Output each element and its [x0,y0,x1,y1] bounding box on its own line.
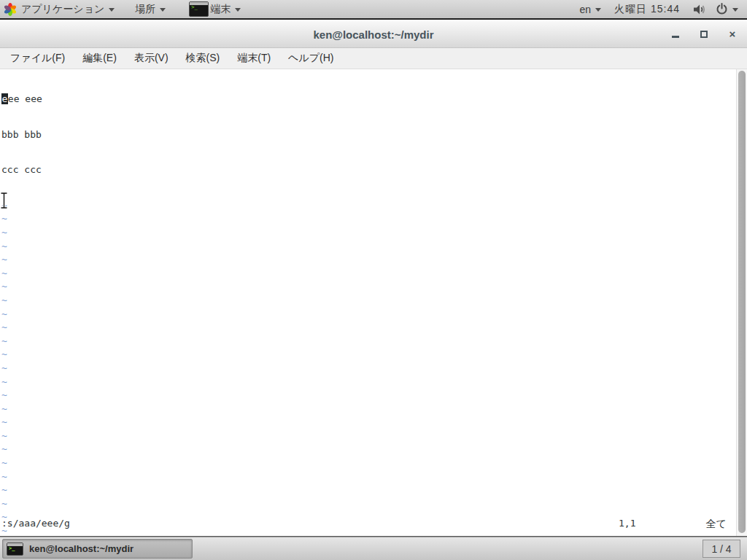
tilde-line: ~ [1,253,735,267]
tilde-line: ~ [1,335,735,349]
task-button-label: ken@localhost:~/mydir [29,543,133,554]
menu-help[interactable]: ヘルプ(H) [285,50,336,66]
tilde-line: ~ [1,240,735,254]
chevron-down-icon [160,8,166,12]
tilde-line: ~ [1,212,735,226]
tilde-lines: ~~~~~~~~~~~~~~~~~~~~~~~~~~~~~~ [1,199,735,560]
chevron-down-icon [235,8,241,12]
scrollbar[interactable] [736,69,747,536]
tilde-line: ~ [1,348,735,362]
tilde-line: ~ [1,416,735,429]
tilde-line: ~ [1,497,735,511]
volume-control[interactable] [690,0,710,18]
tilde-line: ~ [1,226,735,240]
keyboard-layout-indicator[interactable]: en [576,0,604,18]
window-controls: × [670,21,738,47]
menu-view[interactable]: 表示(V) [131,50,171,66]
buffer-line-1: eee eee [1,93,735,106]
titlebar[interactable]: ken@localhost:~/mydir × [0,21,747,48]
close-button[interactable]: × [727,29,738,39]
minimize-icon [672,36,679,38]
keyboard-layout-label: en [579,4,591,15]
vim-cursor: e [1,93,8,104]
tilde-line: ~ [1,294,735,308]
tilde-line: ~ [1,470,735,484]
applications-icon [4,3,17,16]
tilde-line: ~ [1,362,735,376]
session-menu[interactable] [713,0,741,18]
tilde-line: ~ [1,267,735,281]
close-icon: × [729,29,736,39]
vim-ruler: 1,1 [619,517,635,530]
vim-command-line: :s/aaa/eee/g [1,517,70,530]
scrollbar-thumb[interactable] [738,71,746,533]
chevron-down-icon [595,8,601,12]
taskbar: >_ ken@localhost:~/mydir 1 / 4 [0,537,747,560]
vim-scroll-indicator: 全て [706,517,727,530]
tilde-line: ~ [1,199,735,213]
tilde-line: ~ [1,280,735,294]
task-button-terminal[interactable]: >_ ken@localhost:~/mydir [2,539,193,559]
menu-file[interactable]: ファイル(F) [7,50,68,66]
vim-buffer: eee eee bbb bbb ccc ccc ~~~~~~~~~~~~~~~~… [1,71,735,560]
terminal-window: ken@localhost:~/mydir × ファイル(F) 編集(E) 表示… [0,21,747,537]
tilde-line: ~ [1,402,735,416]
power-icon [716,3,728,15]
workspace-switcher[interactable]: 1 / 4 [703,540,740,558]
terminal-icon: >_ [7,542,23,556]
chevron-down-icon [109,8,115,12]
buffer-line-3: ccc ccc [1,163,735,177]
minimize-button[interactable] [670,29,681,39]
menu-terminal[interactable]: 端末(T) [234,50,274,66]
buffer-line-2: bbb bbb [1,128,735,142]
tilde-line: ~ [1,429,735,443]
app-menu-terminal[interactable]: >_ 端末 [183,0,247,18]
applications-menu[interactable]: アプリケーション [0,0,120,18]
tilde-line: ~ [1,308,735,322]
top-panel: アプリケーション 場所 >_ 端末 en 火曜日 15:44 [0,0,747,20]
terminal-screen[interactable]: eee eee bbb bbb ccc ccc ~~~~~~~~~~~~~~~~… [0,69,747,536]
menu-search[interactable]: 検索(S) [183,50,223,66]
app-menu-label: 端末 [210,3,231,16]
tilde-line: ~ [1,483,735,497]
window-title: ken@localhost:~/mydir [313,28,433,41]
places-menu[interactable]: 場所 [129,0,171,18]
places-label: 場所 [135,3,155,16]
speaker-icon [693,4,707,15]
maximize-icon [700,31,708,38]
tilde-line: ~ [1,443,735,456]
terminal-icon: >_ [189,1,209,17]
applications-label: アプリケーション [21,3,104,16]
panel-status-area: en 火曜日 15:44 [576,0,747,18]
maximize-button[interactable] [699,29,709,39]
tilde-line: ~ [1,321,735,335]
menu-edit[interactable]: 編集(E) [80,50,120,66]
chevron-down-icon [732,8,738,12]
clock[interactable]: 火曜日 15:44 [614,3,680,16]
buffer-line-1-rest: ee eee [8,93,42,104]
vim-status-line: :s/aaa/eee/g 1,1 全て [1,517,735,530]
tilde-line: ~ [1,456,735,470]
menubar: ファイル(F) 編集(E) 表示(V) 検索(S) 端末(T) ヘルプ(H) [0,48,747,69]
tilde-line: ~ [1,376,735,389]
tilde-line: ~ [1,389,735,402]
